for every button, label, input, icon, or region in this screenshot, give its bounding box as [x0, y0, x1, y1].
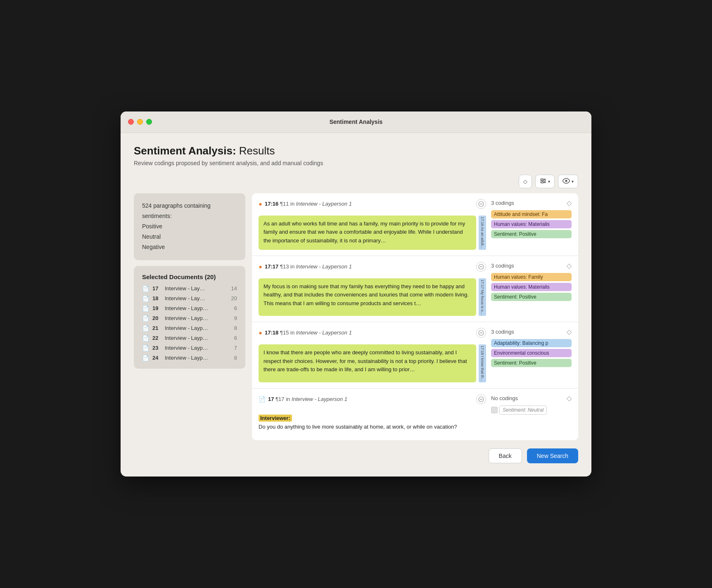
- doc-icon: 📄: [142, 335, 149, 341]
- doc-icon: 📄: [142, 295, 149, 302]
- doc-icon: 📄: [142, 325, 149, 332]
- diamond-button[interactable]: ◇: [519, 175, 532, 188]
- result-item-2: ● 17:17 ¶13 in Interview - Layperson 1: [252, 256, 578, 322]
- doc-icon: 📄: [142, 315, 149, 322]
- result-body-2: My focus is on making sure that my famil…: [259, 278, 486, 316]
- result-meta-4: 17 ¶17 in Interview - Layperson 1: [268, 396, 347, 402]
- codings-col-1: 3 codings ◇ Attitude and mindset: Fa Hum…: [491, 199, 572, 250]
- stats-neutral: Neutral: [142, 232, 237, 242]
- codings-header-4: No codings ◇: [491, 394, 572, 402]
- coding-tag-materialism-2: Human values: Materialis: [491, 283, 572, 291]
- expand-button-2[interactable]: [476, 262, 486, 272]
- docs-title: Selected Documents (20): [142, 273, 237, 280]
- codings-col-2: 3 codings ◇ Human values: Family Human v…: [491, 262, 572, 316]
- add-coding-button-1[interactable]: ◇: [567, 199, 572, 207]
- stats-line2: sentiments:: [142, 211, 237, 221]
- settings-button[interactable]: ▾: [535, 175, 555, 188]
- list-item: 📄 24 Interview - Layp… 8: [142, 355, 237, 361]
- doc-name: Interview - Layp…: [165, 355, 231, 361]
- codings-header-3: 3 codings ◇: [491, 328, 572, 336]
- svg-point-5: [541, 182, 543, 183]
- interviewer-label: Interviewer:: [259, 415, 292, 422]
- add-coding-button-4[interactable]: ◇: [567, 394, 572, 402]
- result-meta-1: 17:16 ¶11 in Interview - Layperson 1: [265, 201, 352, 207]
- result-item-3: ● 17:18 ¶15 in Interview - Layperson 1: [252, 322, 578, 389]
- list-item: 📄 18 Interview - Lay… 20: [142, 295, 237, 302]
- stats-line1: 524 paragraphs containing: [142, 201, 237, 211]
- page-title-normal: Results: [239, 145, 275, 157]
- diamond-icon: ◇: [523, 178, 527, 185]
- result-body-3: I know that there are people who are dee…: [259, 344, 486, 382]
- doc-name: Interview - Layp…: [165, 305, 231, 311]
- results-panel: ● 17:16 ¶11 in Interview - Layperson 1: [252, 193, 578, 441]
- doc-count: 20: [231, 295, 237, 301]
- coding-tag-sentiment-3: Sentiment: Positive: [491, 359, 572, 367]
- doc-name: Interview - Lay…: [165, 295, 228, 301]
- codings-col-4: No codings ◇ Sentiment: Neutral: [491, 394, 572, 435]
- settings-icon: [540, 178, 546, 185]
- svg-point-3: [541, 178, 543, 180]
- docs-card: Selected Documents (20) 📄 17 Interview -…: [134, 266, 245, 369]
- add-coding-button-3[interactable]: ◇: [567, 328, 572, 336]
- doc-name: Interview - Layp…: [165, 315, 231, 321]
- result-header-2: ● 17:17 ¶13 in Interview - Layperson 1: [259, 262, 486, 272]
- window-title: Sentiment Analysis: [330, 119, 383, 125]
- toolbar: ◇ ▾: [134, 175, 578, 188]
- stats-card: 524 paragraphs containing sentiments: Po…: [134, 193, 245, 260]
- neutral-checkbox[interactable]: [491, 407, 498, 413]
- coding-tag-enviro-3: Environmental conscious: [491, 349, 572, 357]
- list-item: 📄 17 Interview - Lay… 14: [142, 285, 237, 292]
- doc-count: 8: [234, 355, 237, 361]
- doc-name: Interview - Layp…: [165, 345, 231, 351]
- list-item: 📄 20 Interview - Layp… 9: [142, 315, 237, 322]
- doc-num: 24: [152, 355, 161, 361]
- doc-icon: 📄: [142, 345, 149, 351]
- eye-button[interactable]: ▾: [558, 175, 578, 188]
- doc-count: 6: [234, 305, 237, 311]
- doc-num: 20: [152, 315, 161, 321]
- doc-num: 21: [152, 325, 161, 331]
- codings-count-4: No codings: [491, 395, 518, 401]
- coding-tag-values-1: Human values: Materialis: [491, 220, 572, 228]
- stats-negative: Negative: [142, 242, 237, 252]
- expand-button-4[interactable]: [476, 394, 486, 404]
- result-text-1: As an adult who works full time and has …: [259, 216, 476, 250]
- codings-header-2: 3 codings ◇: [491, 262, 572, 270]
- expand-button-1[interactable]: [476, 199, 486, 209]
- doc-icon: 📄: [142, 355, 149, 361]
- new-search-button[interactable]: New Search: [527, 448, 578, 463]
- page-header: Sentiment Analysis: Results Review codin…: [134, 145, 578, 166]
- orange-circle-icon-3: ●: [259, 329, 262, 336]
- doc-count: 6: [234, 335, 237, 341]
- doc-icon: 📄: [142, 305, 149, 312]
- codings-count-3: 3 codings: [491, 329, 514, 335]
- doc-icon: 📄: [142, 285, 149, 292]
- result-text-3: I know that there are people who are dee…: [259, 344, 476, 382]
- result-body-1: As an adult who works full time and has …: [259, 216, 486, 250]
- doc-count: 8: [234, 325, 237, 331]
- chevron-down-icon: ▾: [548, 179, 550, 184]
- content-area: Sentiment Analysis: Results Review codin…: [121, 133, 591, 477]
- expand-button-3[interactable]: [476, 328, 486, 338]
- side-label-1: 17:16 As an adult...: [479, 216, 486, 250]
- list-item: 📄 23 Interview - Layp… 7: [142, 345, 237, 351]
- result-item-4: 📄 17 ¶17 in Interview - Layperson 1: [252, 389, 578, 441]
- coding-tag-neutral-4: Sentiment: Neutral: [499, 405, 547, 415]
- doc-num: 19: [152, 305, 161, 311]
- svg-point-6: [565, 180, 567, 182]
- close-button[interactable]: [128, 119, 134, 125]
- result-header-3: ● 17:18 ¶15 in Interview - Layperson 1: [259, 328, 486, 338]
- fullscreen-button[interactable]: [146, 119, 152, 125]
- result-item-1: ● 17:16 ¶11 in Interview - Layperson 1: [252, 193, 578, 256]
- stats-text: 524 paragraphs containing sentiments: Po…: [142, 201, 237, 253]
- minimize-button[interactable]: [137, 119, 143, 125]
- doc-count: 14: [231, 285, 237, 292]
- result-body-4: Interviewer: Do you do anything to live …: [259, 411, 486, 435]
- result-header-4: 📄 17 ¶17 in Interview - Layperson 1: [259, 394, 486, 404]
- doc-num: 17: [152, 285, 161, 292]
- back-button[interactable]: Back: [489, 448, 522, 463]
- side-label-3: 17:18 I know that th...: [479, 344, 486, 382]
- add-coding-button-2[interactable]: ◇: [567, 262, 572, 270]
- page-title-bold: Sentiment Analysis:: [134, 145, 236, 157]
- orange-circle-icon-1: ●: [259, 200, 262, 207]
